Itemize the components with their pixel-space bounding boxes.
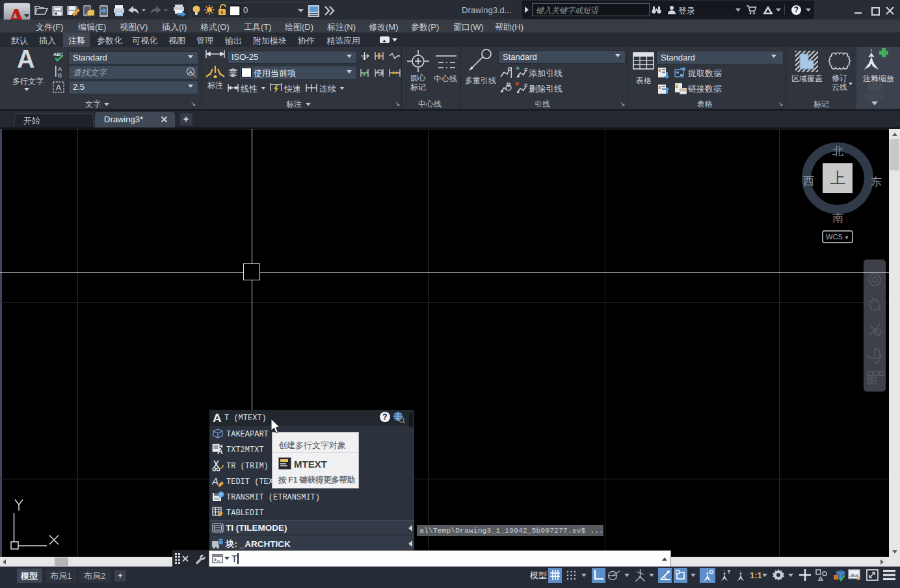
- svg-text:8: 8: [659, 68, 661, 73]
- svg-text:A: A: [58, 66, 62, 72]
- svg-text:A: A: [212, 475, 218, 487]
- svg-text:A: A: [56, 83, 61, 92]
- svg-text:A: A: [189, 69, 192, 75]
- svg-text:8: 8: [659, 85, 661, 90]
- svg-text:B: B: [58, 72, 62, 78]
- svg-text:A: A: [217, 447, 223, 455]
- svg-text:8: 8: [676, 84, 678, 88]
